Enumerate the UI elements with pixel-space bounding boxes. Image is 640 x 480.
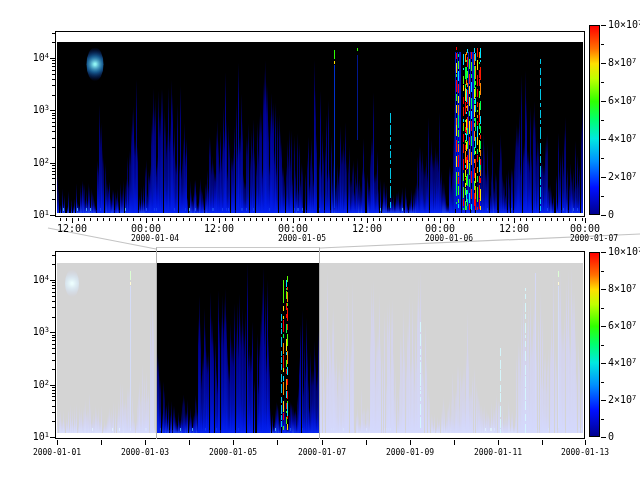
figure: 10110210310410110210310412:0000:002000-0… (0, 0, 640, 480)
overview-spectrogram-axes (55, 251, 585, 439)
overview-spectrogram-plot[interactable] (57, 263, 583, 433)
zoom-connector-right (320, 234, 640, 248)
zoom-connector-left (48, 228, 156, 249)
top-spectrogram-plot[interactable] (57, 42, 583, 213)
overview-colorbar (589, 252, 600, 437)
top-colorbar (589, 25, 600, 215)
top-spectrogram-axes (55, 31, 585, 217)
zoom-region-highlight[interactable] (156, 247, 320, 439)
